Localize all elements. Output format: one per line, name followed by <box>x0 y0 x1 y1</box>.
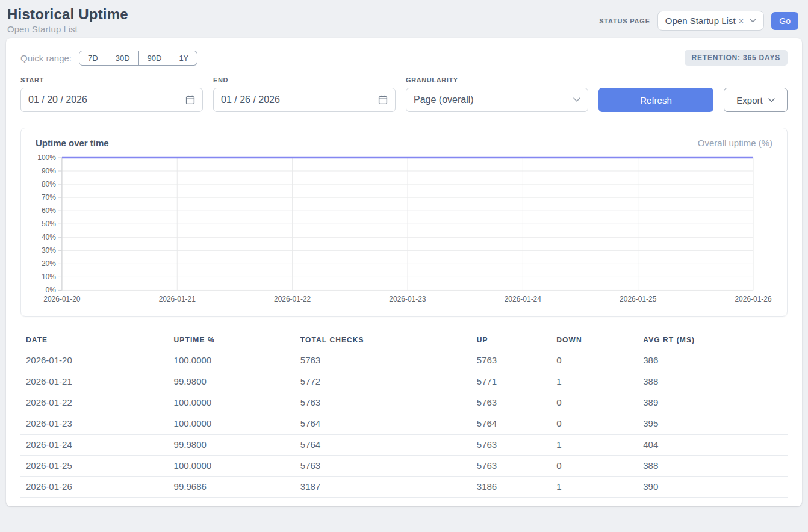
svg-text:80%: 80% <box>42 180 56 188</box>
table-row: 2026-01-2699.9686318731861390 <box>20 477 788 498</box>
svg-text:70%: 70% <box>42 193 56 202</box>
export-button[interactable]: Export <box>724 88 788 112</box>
granularity-selected-value: Page (overall) <box>414 94 474 105</box>
chart-title: Uptime over time <box>36 138 109 148</box>
svg-text:50%: 50% <box>42 220 56 228</box>
table-cell: 0 <box>550 392 637 413</box>
table-cell: 2026-01-24 <box>20 435 168 456</box>
go-button[interactable]: Go <box>771 12 798 30</box>
table-row: 2026-01-23100.0000576457640395 <box>20 413 788 435</box>
quick-range-button-30d[interactable]: 30D <box>107 51 139 66</box>
table-row: 2026-01-22100.0000576357630389 <box>20 392 788 413</box>
retention-badge: RETENTION: 365 DAYS <box>685 50 788 66</box>
svg-text:90%: 90% <box>42 167 56 175</box>
table-cell: 388 <box>637 371 788 392</box>
chart-legend-label: Overall uptime (%) <box>698 138 772 148</box>
end-date-value: 01 / 26 / 2026 <box>221 94 280 105</box>
table-cell: 1 <box>550 435 637 456</box>
uptime-table: DATEUPTIME %TOTAL CHECKSUPDOWNAVG RT (MS… <box>20 331 788 498</box>
controls-row: START 01 / 20 / 2026 END 01 / 26 / 2026 … <box>20 76 788 112</box>
quick-range-row: Quick range: 7D30D90D1Y RETENTION: 365 D… <box>20 50 788 66</box>
column-header: TOTAL CHECKS <box>294 331 471 350</box>
chart-header: Uptime over time Overall uptime (%) <box>36 138 772 148</box>
table-cell: 100.0000 <box>168 413 294 435</box>
table-cell: 0 <box>550 350 637 371</box>
svg-text:2026-01-26: 2026-01-26 <box>735 295 772 303</box>
status-page-selected-value: Open Startup List <box>665 16 736 26</box>
table-cell: 2026-01-21 <box>20 371 168 392</box>
end-date-label: END <box>213 76 396 84</box>
calendar-icon[interactable] <box>378 95 388 105</box>
clear-selection-icon[interactable]: × <box>739 16 744 26</box>
table-header-row: DATEUPTIME %TOTAL CHECKSUPDOWNAVG RT (MS… <box>20 331 788 350</box>
table-cell: 0 <box>550 413 637 435</box>
table-cell: 389 <box>637 392 788 413</box>
table-cell: 5763 <box>294 456 471 477</box>
table-cell: 2026-01-20 <box>20 350 168 371</box>
quick-range-button-1y[interactable]: 1Y <box>170 51 197 66</box>
svg-text:2026-01-20: 2026-01-20 <box>43 295 81 303</box>
start-date-input[interactable]: 01 / 20 / 2026 <box>20 88 203 112</box>
table-cell: 1 <box>550 477 637 498</box>
table-cell: 99.9800 <box>168 435 294 456</box>
header-actions: STATUS PAGE Open Startup List × Go <box>599 11 798 31</box>
granularity-label: GRANULARITY <box>406 76 588 84</box>
table-cell: 5763 <box>471 392 550 413</box>
svg-text:100%: 100% <box>37 153 56 162</box>
page-title: Historical Uptime <box>7 6 128 23</box>
table-cell: 2026-01-23 <box>20 413 168 435</box>
status-page-select[interactable]: Open Startup List × <box>657 11 765 31</box>
svg-text:30%: 30% <box>42 246 56 255</box>
table-cell: 5763 <box>471 456 550 477</box>
table-cell: 5763 <box>471 350 550 371</box>
table-cell: 100.0000 <box>168 392 294 413</box>
granularity-field: GRANULARITY Page (overall) <box>406 76 588 112</box>
svg-text:2026-01-25: 2026-01-25 <box>620 295 657 303</box>
column-header: UPTIME % <box>168 331 294 350</box>
table-cell: 99.9800 <box>168 371 294 392</box>
table-cell: 100.0000 <box>168 456 294 477</box>
table-cell: 5771 <box>471 371 550 392</box>
end-date-input[interactable]: 01 / 26 / 2026 <box>213 88 396 112</box>
table-cell: 2026-01-22 <box>20 392 168 413</box>
quick-range-button-90d[interactable]: 90D <box>139 51 171 66</box>
page-subtitle: Open Startup List <box>7 24 128 34</box>
table-cell: 2026-01-25 <box>20 456 168 477</box>
calendar-icon[interactable] <box>185 95 195 105</box>
table-cell: 404 <box>637 435 788 456</box>
chevron-down-icon <box>750 19 756 23</box>
table-cell: 5763 <box>471 435 550 456</box>
table-cell: 5764 <box>294 413 471 435</box>
quick-range-button-7d[interactable]: 7D <box>79 51 107 66</box>
svg-text:2026-01-21: 2026-01-21 <box>159 295 196 303</box>
column-header: DATE <box>20 331 168 350</box>
start-date-label: START <box>20 76 203 84</box>
page-header: Historical Uptime Open Startup List STAT… <box>0 0 808 38</box>
granularity-select[interactable]: Page (overall) <box>406 88 588 112</box>
table-cell: 5772 <box>294 371 471 392</box>
refresh-button[interactable]: Refresh <box>598 88 713 112</box>
table-cell: 5764 <box>471 413 550 435</box>
export-button-label: Export <box>736 95 762 105</box>
table-cell: 5764 <box>294 435 471 456</box>
table-cell: 386 <box>637 350 788 371</box>
table-cell: 0 <box>550 456 637 477</box>
chevron-down-icon <box>573 97 580 102</box>
table-row: 2026-01-25100.0000576357630388 <box>20 456 788 477</box>
quick-range-label: Quick range: <box>20 53 72 63</box>
table-row: 2026-01-2199.9800577257711388 <box>20 371 788 392</box>
table-row: 2026-01-20100.0000576357630386 <box>20 350 788 371</box>
title-block: Historical Uptime Open Startup List <box>7 6 128 34</box>
table-cell: 99.9686 <box>168 477 294 498</box>
chart-card: Uptime over time Overall uptime (%) 0%10… <box>20 128 788 317</box>
end-date-field: END 01 / 26 / 2026 <box>213 76 396 112</box>
main-card: Quick range: 7D30D90D1Y RETENTION: 365 D… <box>6 38 802 506</box>
column-header: AVG RT (MS) <box>637 331 788 350</box>
svg-text:0%: 0% <box>46 286 57 294</box>
table-cell: 100.0000 <box>168 350 294 371</box>
table-cell: 395 <box>637 413 788 435</box>
table-cell: 3187 <box>294 477 471 498</box>
column-header: UP <box>471 331 550 350</box>
column-header: DOWN <box>550 331 637 350</box>
svg-text:60%: 60% <box>42 206 56 215</box>
